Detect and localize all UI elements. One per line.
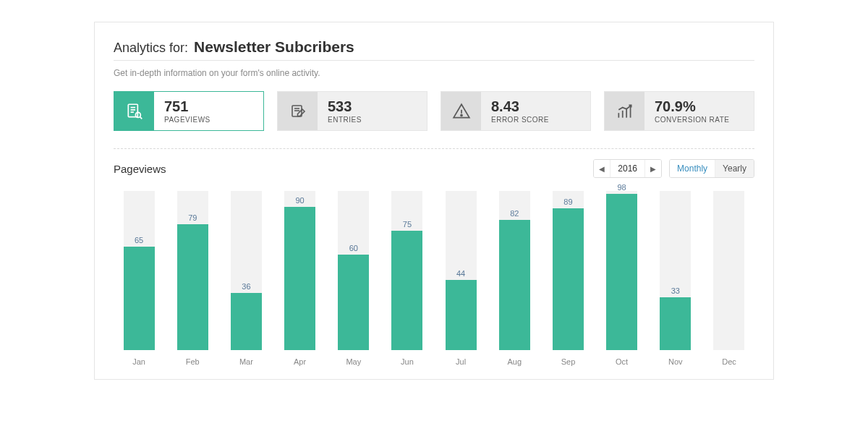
pageviews-bar-chart: 65Jan79Feb36Mar90Apr60May75Jun44Jul82Aug…: [112, 185, 756, 366]
chart-title: Pageviews: [114, 163, 166, 175]
bar: [553, 208, 584, 350]
year-selector: ◀ 2016 ▶: [593, 159, 662, 178]
bar-background: 89: [553, 191, 584, 350]
stat-conversion-label: CONVERSION RATE: [655, 116, 729, 124]
bar: [391, 231, 422, 350]
x-axis-label: Dec: [722, 357, 736, 366]
bar: [284, 207, 315, 350]
bar: [499, 220, 530, 350]
range-selector: Monthly Yearly: [669, 159, 754, 178]
range-yearly-button[interactable]: Yearly: [715, 160, 754, 177]
bar-value-label: 65: [124, 236, 155, 244]
chart-header: Pageviews ◀ 2016 ▶ Monthly Yearly: [114, 159, 754, 178]
bar: [231, 293, 262, 350]
bar-background: 60: [338, 191, 369, 350]
svg-line-5: [140, 116, 142, 119]
subtitle-text: Get in-depth information on your form's …: [114, 68, 754, 78]
stat-error-label: ERROR SCORE: [491, 116, 549, 124]
bar-background: [713, 191, 744, 350]
bar-value-label: 89: [553, 197, 584, 206]
bar-value-label: 36: [231, 282, 262, 291]
bar-value-label: 82: [499, 209, 530, 218]
bar-background: 82: [499, 191, 530, 350]
bar-background: 98: [606, 191, 637, 350]
x-axis-label: Jun: [401, 357, 414, 366]
bar-background: 44: [446, 191, 477, 350]
range-monthly-button[interactable]: Monthly: [670, 160, 715, 177]
form-edit-icon: [278, 92, 318, 130]
chart-column: 90Apr: [273, 191, 327, 366]
bar-value-label: 33: [660, 286, 691, 295]
x-axis-label: Jan: [132, 357, 145, 366]
chart-column: 98Oct: [595, 191, 649, 366]
bar-background: 79: [177, 191, 208, 350]
chart-column: 82Aug: [488, 191, 541, 366]
stat-pageviews[interactable]: 751 PAGEVIEWS: [114, 91, 264, 131]
bar: [606, 194, 637, 350]
x-axis-label: Aug: [508, 357, 522, 366]
chart-column: 65Jan: [112, 191, 166, 366]
stat-entries-label: ENTRIES: [328, 116, 362, 124]
analytics-panel: Analytics for: Newsletter Subcribers Get…: [94, 22, 774, 380]
stat-pageviews-value: 751: [164, 98, 210, 114]
x-axis-label: Feb: [186, 357, 200, 366]
chart-column: 60May: [327, 191, 380, 366]
chart-up-icon: [605, 92, 644, 130]
x-axis-label: Oct: [616, 357, 628, 366]
stat-conversion-value: 70.9%: [655, 98, 729, 114]
stats-row: 751 PAGEVIEWS 533 ENTRIES 8.43 ERROR SCO…: [114, 91, 754, 131]
x-axis-label: Jul: [456, 357, 466, 366]
title-prefix: Analytics for:: [114, 41, 188, 56]
x-axis-label: Sep: [561, 357, 576, 366]
stat-conversion[interactable]: 70.9% CONVERSION RATE: [604, 91, 754, 131]
bar-background: 75: [391, 191, 422, 350]
x-axis-label: May: [346, 357, 361, 366]
stat-pageviews-label: PAGEVIEWS: [164, 116, 210, 124]
bar: [660, 297, 691, 350]
prev-year-button[interactable]: ◀: [594, 160, 610, 177]
section-divider: [114, 148, 754, 149]
bar-value-label: 90: [284, 196, 315, 205]
bar-value-label: 98: [606, 183, 637, 192]
chart-column: 36Mar: [219, 191, 273, 366]
bar-value-label: 75: [391, 220, 422, 229]
form-name: Newsletter Subcribers: [194, 38, 354, 56]
svg-point-10: [461, 114, 462, 116]
document-search-icon: [114, 92, 154, 130]
stat-entries[interactable]: 533 ENTRIES: [277, 91, 427, 131]
stat-entries-value: 533: [328, 98, 362, 114]
svg-rect-0: [128, 104, 137, 116]
bar-value-label: 60: [338, 244, 369, 252]
bar-background: 65: [124, 191, 155, 350]
bar-value-label: 44: [446, 269, 477, 278]
x-axis-label: Nov: [668, 357, 683, 366]
chart-column: 89Sep: [541, 191, 595, 366]
x-axis-label: Mar: [239, 357, 253, 366]
chart-column: 79Feb: [166, 191, 219, 366]
chart-column: 33Nov: [649, 191, 702, 366]
next-year-button[interactable]: ▶: [645, 160, 661, 177]
chart-column: Dec: [702, 191, 756, 366]
stat-error-value: 8.43: [491, 98, 549, 114]
chart-column: 44Jul: [434, 191, 488, 366]
x-axis-label: Apr: [294, 357, 306, 366]
warning-triangle-icon: [441, 92, 481, 130]
bar-background: 33: [660, 191, 691, 350]
bar-background: 36: [231, 191, 262, 350]
chart-controls: ◀ 2016 ▶ Monthly Yearly: [593, 159, 754, 178]
bar: [124, 247, 155, 350]
stat-error[interactable]: 8.43 ERROR SCORE: [441, 91, 591, 131]
chart-column: 75Jun: [380, 191, 434, 366]
bar-background: 90: [284, 191, 315, 350]
bar: [177, 224, 208, 350]
bar: [338, 255, 369, 350]
bar-value-label: 79: [177, 213, 208, 222]
year-label: 2016: [610, 160, 645, 177]
bar: [446, 280, 477, 350]
page-title-row: Analytics for: Newsletter Subcribers: [114, 38, 754, 61]
